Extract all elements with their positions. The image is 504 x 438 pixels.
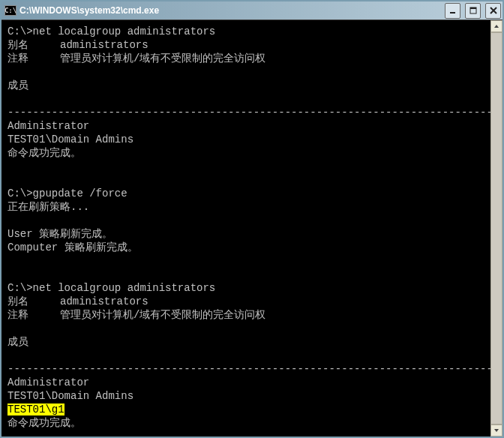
terminal-line: TEST01\g1 [8,403,486,416]
terminal-line: Computer 策略刷新完成。 [8,241,486,254]
cmd-window: C:\ C:\WINDOWS\system32\cmd.exe C:\>net … [0,0,504,438]
terminal-line: 别名 administrators [8,295,486,308]
titlebar[interactable]: C:\ C:\WINDOWS\system32\cmd.exe [2,2,502,20]
terminal-line [8,322,486,335]
terminal-line: 成员 [8,79,486,92]
terminal-line: ----------------------------------------… [8,106,486,119]
client-area: C:\>net localgroup administrators别名 admi… [2,20,502,436]
terminal-output[interactable]: C:\>net localgroup administrators别名 admi… [2,20,490,436]
terminal-line [8,268,486,281]
minimize-icon [449,7,457,14]
terminal-line: 正在刷新策略... [8,200,486,214]
maximize-button[interactable] [465,3,481,19]
maximize-icon [470,7,477,14]
terminal-line [8,65,486,79]
svg-rect-0 [450,12,455,14]
terminal-line [8,349,486,362]
window-title: C:\WINDOWS\system32\cmd.exe [20,5,440,16]
terminal-line: 成员 [8,335,486,349]
terminal-line [8,214,486,227]
terminal-line [8,92,486,106]
terminal-line: C:\>gpupdate /force [8,187,486,200]
terminal-line: 命令成功完成。 [8,416,486,430]
terminal-line: C:\>net localgroup administrators [8,25,486,38]
terminal-line: User 策略刷新完成。 [8,227,486,241]
terminal-line: Administrator [8,119,486,133]
highlighted-text: TEST01\g1 [8,404,64,416]
terminal-line [8,173,486,187]
minimize-button[interactable] [445,3,460,19]
close-icon [490,7,497,14]
terminal-line [8,430,486,436]
svg-rect-2 [470,8,476,9]
chevron-up-icon [494,23,500,29]
terminal-line: C:\>net localgroup administrators [8,281,486,295]
terminal-line: ----------------------------------------… [8,362,486,376]
terminal-line [8,254,486,268]
terminal-line: TEST01\Domain Admins [8,133,486,146]
terminal-line [8,160,486,173]
close-button[interactable] [485,3,501,19]
terminal-line: 命令成功完成。 [8,146,486,160]
scrollbar-track[interactable] [490,32,502,424]
terminal-line: 注释 管理员对计算机/域有不受限制的完全访问权 [8,52,486,65]
scrollbar-vertical[interactable] [490,20,502,436]
scroll-up-button[interactable] [490,20,502,32]
terminal-line: TEST01\Domain Admins [8,389,486,403]
terminal-line: 别名 administrators [8,38,486,52]
terminal-line: Administrator [8,376,486,389]
chevron-down-icon [494,428,500,434]
terminal-line: 注释 管理员对计算机/域有不受限制的完全访问权 [8,308,486,322]
scrollbar-thumb[interactable] [490,32,502,424]
app-icon: C:\ [4,5,16,16]
scroll-down-button[interactable] [490,424,502,436]
